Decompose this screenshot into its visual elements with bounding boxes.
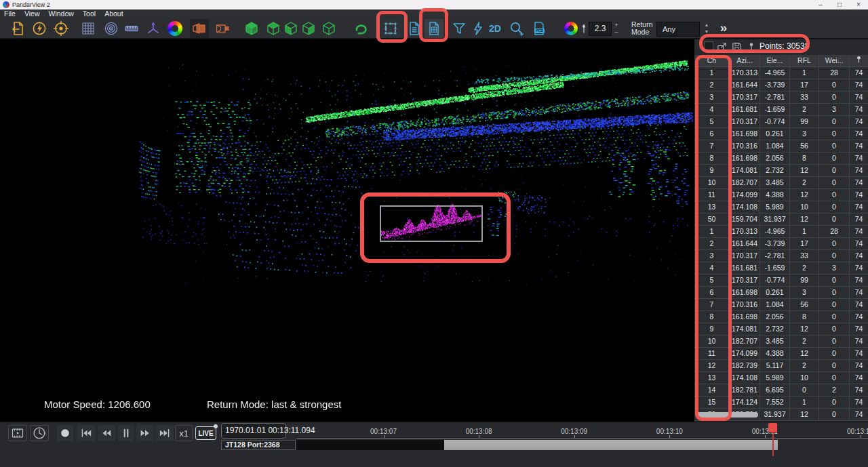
table-row[interactable]: 7170.3161.08456074 [694, 299, 868, 311]
table-row[interactable]: 1170.313-4.96512874 [694, 226, 868, 238]
table-cell: 2.732 [760, 323, 790, 336]
rotate-view-icon[interactable] [351, 19, 370, 38]
speed-button[interactable]: x1 [175, 425, 193, 441]
cube-view-wire-icon[interactable] [319, 19, 338, 38]
skip-start-button[interactable] [77, 425, 96, 441]
table-cell: 6 [694, 128, 730, 140]
skip-end-button[interactable] [155, 425, 174, 441]
forward-button[interactable] [136, 425, 154, 441]
cube-view-top-icon[interactable] [264, 19, 283, 38]
point-list-icon[interactable] [405, 19, 424, 38]
cube-view-solid-icon[interactable] [242, 19, 261, 38]
table-row[interactable]: 2161.644-3.73917074 [694, 238, 868, 250]
point-size-slider-icon[interactable] [578, 19, 590, 38]
point-table-icon[interactable] [425, 19, 443, 38]
color-wheel-icon[interactable] [165, 19, 184, 38]
table-row[interactable]: 50159.70431.93712074 [694, 214, 868, 226]
dropdown-arrows-icon[interactable]: ▲▼ [703, 22, 711, 37]
pin-icon[interactable] [745, 40, 758, 54]
time-mode-button[interactable] [30, 425, 49, 441]
table-row[interactable]: 9174.0812.73212074 [694, 165, 868, 177]
table-row[interactable]: 8161.6982.0568074 [694, 311, 868, 323]
table-row[interactable]: 10182.7073.4852074 [694, 336, 868, 348]
menu-item-view[interactable]: View [24, 9, 40, 18]
menu-item-tool[interactable]: Tool [83, 9, 96, 18]
table-row[interactable]: 3170.317-2.78133074 [694, 250, 868, 262]
table-row[interactable]: 4161.681-1.6592374 [694, 104, 868, 116]
maximize-button[interactable]: □ [830, 0, 849, 9]
table-row[interactable]: 1170.313-4.96512874 [694, 67, 868, 79]
timeline-loaded-segment[interactable] [444, 440, 778, 450]
column-header-wei[interactable]: Wei... [819, 55, 850, 67]
rewind-button[interactable] [98, 425, 115, 441]
table-cell: 74 [850, 348, 868, 360]
pause-button[interactable] [118, 425, 134, 441]
2d-view-icon[interactable]: 2D [486, 19, 505, 38]
table-row[interactable]: 4161.681-1.6592374 [694, 262, 868, 275]
column-header-ch[interactable]: Ch [694, 55, 730, 67]
grid-icon[interactable] [79, 19, 98, 38]
ruler-icon[interactable] [122, 19, 141, 38]
table-cell: 174.108 [730, 372, 760, 384]
camera-view-icon[interactable] [190, 19, 209, 38]
table-cell: 0 [819, 287, 850, 299]
table-row[interactable]: 8161.6982.0568074 [694, 153, 868, 165]
close-button[interactable]: × [849, 0, 868, 9]
cube-view-left-icon[interactable] [281, 19, 300, 38]
table-row[interactable]: 10182.7073.4852074 [694, 177, 868, 189]
panel-checkbox[interactable] [704, 41, 713, 51]
table-horizontal-scrollbar[interactable] [696, 412, 758, 418]
column-header-azi[interactable]: Azi... [730, 55, 760, 67]
pcd-export-icon[interactable]: PCD [530, 19, 549, 38]
frame-mode-button[interactable] [8, 425, 27, 441]
point-size-stepper[interactable]: +– [612, 22, 620, 36]
open-file-icon[interactable] [8, 19, 27, 38]
table-cell: 0 [819, 214, 850, 226]
flash-icon[interactable] [469, 19, 488, 38]
point-cloud-viewport[interactable]: Motor Speed: 1206.600 Return Mode: last … [0, 39, 694, 422]
export-icon[interactable] [715, 40, 728, 54]
record-button[interactable] [57, 425, 73, 441]
table-row[interactable]: 7170.3161.08456074 [694, 140, 868, 153]
table-row[interactable]: 6161.6980.2613074 [694, 287, 868, 299]
calibration-target-icon[interactable] [52, 19, 71, 38]
polar-grid-icon[interactable] [102, 19, 121, 38]
table-row[interactable]: 13174.1085.98910074 [694, 372, 868, 384]
return-mode-dropdown[interactable]: Any [656, 22, 700, 37]
power-icon[interactable] [30, 19, 49, 38]
window-title: PandarView 2 [12, 1, 50, 8]
table-row[interactable]: 13174.1085.98910074 [694, 201, 868, 214]
live-button[interactable]: LIVE [195, 426, 216, 440]
point-cloud-canvas[interactable] [0, 39, 694, 422]
zoom-icon[interactable] [507, 19, 526, 38]
table-row[interactable]: 15174.1247.5521074 [694, 397, 868, 409]
playhead-handle[interactable] [768, 423, 777, 432]
box-select-icon[interactable] [381, 19, 400, 38]
table-row[interactable]: 6161.6980.2613074 [694, 128, 868, 140]
timeline-ruler[interactable] [296, 438, 868, 439]
table-row[interactable]: 5170.317-0.77499074 [694, 116, 868, 128]
column-header-ele[interactable]: Ele... [760, 55, 790, 67]
table-row[interactable]: 11174.0994.38812074 [694, 348, 868, 360]
table-row[interactable]: 9174.0812.73212074 [694, 323, 868, 336]
table-row[interactable]: 5170.317-0.77499074 [694, 275, 868, 287]
camera-view-2-icon[interactable] [213, 19, 232, 38]
axes-icon[interactable] [144, 19, 163, 38]
table-cell: -2.781 [760, 250, 790, 262]
table-row[interactable]: 14182.7816.6950274 [694, 384, 868, 397]
table-row[interactable]: 12182.7395.1172074 [694, 360, 868, 372]
expand-toolbar-button[interactable]: » [713, 19, 734, 37]
column-header-rfl[interactable]: RFL [790, 55, 819, 67]
table-row[interactable]: 11174.0994.38812074 [694, 189, 868, 201]
cube-view-right-icon[interactable] [299, 19, 318, 38]
menu-item-window[interactable]: Window [49, 9, 74, 18]
point-size-input[interactable]: 2.3 [589, 22, 612, 36]
menu-item-about[interactable]: About [104, 9, 123, 18]
table-row[interactable]: 2161.644-3.73917074 [694, 79, 868, 92]
column-header-pin-icon[interactable] [850, 55, 868, 67]
minimize-button[interactable]: – [811, 0, 830, 9]
table-row[interactable]: 3170.317-2.78133074 [694, 92, 868, 104]
filter-icon[interactable] [450, 19, 469, 38]
menu-item-file[interactable]: File [4, 9, 16, 18]
save-icon[interactable] [730, 40, 743, 54]
